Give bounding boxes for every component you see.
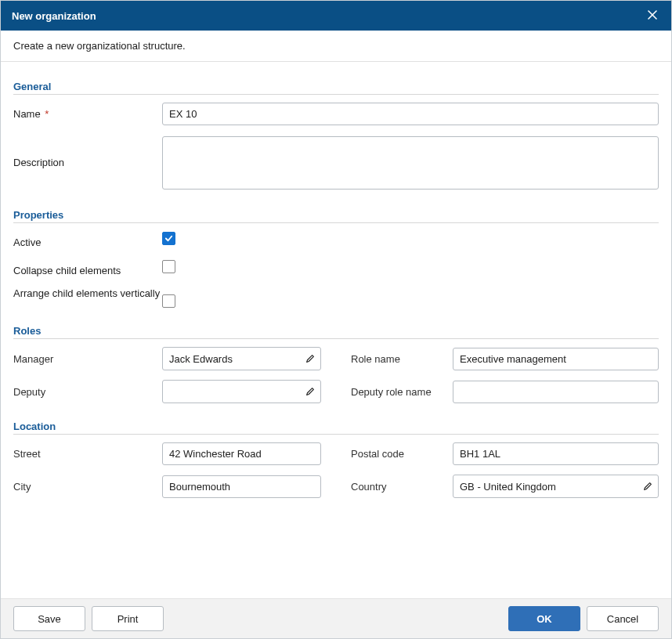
description-input[interactable]	[162, 136, 659, 190]
titlebar-title: New organization	[12, 10, 96, 22]
half-city: City	[13, 475, 321, 498]
titlebar: New organization	[1, 1, 671, 31]
name-input[interactable]	[162, 103, 659, 125]
active-checkbox[interactable]	[162, 232, 175, 245]
row-active: Active	[13, 231, 659, 248]
ok-button[interactable]: OK	[508, 606, 580, 631]
field-country: GB - United Kingdom	[453, 475, 659, 498]
label-city: City	[13, 481, 162, 493]
label-deputyrole: Deputy role name	[351, 386, 453, 398]
label-manager: Manager	[13, 353, 162, 365]
row-arrange: Arrange child elements vertically	[13, 287, 659, 308]
section-header-general: General	[13, 78, 659, 95]
country-picker-text: GB - United Kingdom	[460, 481, 642, 493]
manager-picker-text: Jack Edwards	[169, 353, 305, 365]
dialog-subtitle: Create a new organizational structure.	[1, 31, 671, 62]
required-asterisk: *	[42, 108, 49, 120]
field-active	[162, 231, 659, 245]
manager-picker[interactable]: Jack Edwards	[162, 347, 321, 370]
field-postal	[453, 442, 659, 465]
field-street	[162, 442, 321, 465]
field-deputyrole	[453, 381, 659, 403]
ok-button-label: OK	[537, 613, 552, 625]
edit-icon	[642, 481, 653, 492]
print-button-label: Print	[117, 613, 139, 625]
edit-icon	[305, 353, 316, 364]
footer-right: OK Cancel	[508, 606, 659, 631]
half-manager: Manager Jack Edwards	[13, 347, 321, 370]
half-street: Street	[13, 442, 321, 465]
section-header-properties: Properties	[13, 206, 659, 223]
arrange-checkbox[interactable]	[162, 294, 175, 308]
cancel-button-label: Cancel	[607, 613, 638, 625]
row-name: Name *	[13, 103, 659, 125]
dialog-footer: Save Print OK Cancel	[1, 598, 671, 638]
half-deputyrole: Deputy role name	[351, 380, 659, 403]
field-description	[162, 136, 659, 192]
row-description: Description	[13, 136, 659, 192]
footer-left: Save Print	[13, 606, 164, 631]
edit-icon	[305, 386, 316, 397]
row-loc-2: City Country GB - United Kingdom	[13, 475, 659, 498]
row-roles-2: Deputy Deputy role name	[13, 380, 659, 403]
half-postal: Postal code	[351, 442, 659, 465]
close-icon	[648, 10, 657, 22]
country-picker[interactable]: GB - United Kingdom	[453, 475, 659, 498]
collapse-checkbox[interactable]	[162, 260, 175, 273]
close-button[interactable]	[645, 8, 660, 23]
deputyrole-input[interactable]	[453, 381, 659, 403]
deputy-picker[interactable]	[162, 380, 321, 403]
dialog-body: General Name * Description Properties Ac…	[1, 62, 671, 598]
row-roles-1: Manager Jack Edwards Role name	[13, 347, 659, 370]
save-button-label: Save	[38, 613, 61, 625]
street-input[interactable]	[162, 442, 321, 465]
label-deputy: Deputy	[13, 386, 162, 398]
label-name-text: Name	[13, 108, 41, 120]
label-description: Description	[13, 136, 162, 168]
half-country: Country GB - United Kingdom	[351, 475, 659, 498]
label-collapse: Collapse child elements	[13, 259, 162, 276]
cancel-button[interactable]: Cancel	[587, 606, 659, 631]
section-header-location: Location	[13, 417, 659, 435]
row-collapse: Collapse child elements	[13, 259, 659, 276]
section-header-roles: Roles	[13, 322, 659, 339]
label-name: Name *	[13, 103, 162, 120]
label-active: Active	[13, 231, 162, 248]
label-arrange: Arrange child elements vertically	[13, 287, 162, 299]
label-rolename: Role name	[351, 353, 453, 365]
city-input[interactable]	[162, 475, 321, 498]
row-loc-1: Street Postal code	[13, 442, 659, 465]
field-city	[162, 475, 321, 498]
label-country: Country	[351, 481, 453, 493]
field-collapse	[162, 259, 659, 273]
print-button[interactable]: Print	[92, 606, 164, 631]
label-postal: Postal code	[351, 448, 453, 460]
rolename-input[interactable]	[453, 348, 659, 370]
label-street: Street	[13, 448, 162, 460]
dialog: New organization Create a new organizati…	[0, 0, 672, 639]
postal-input[interactable]	[453, 442, 659, 465]
half-rolename: Role name	[351, 347, 659, 370]
half-deputy: Deputy	[13, 380, 321, 403]
field-arrange	[162, 287, 659, 308]
field-name	[162, 103, 659, 125]
save-button[interactable]: Save	[13, 606, 85, 631]
field-deputy	[162, 380, 321, 403]
field-manager: Jack Edwards	[162, 347, 321, 370]
field-rolename	[453, 348, 659, 370]
